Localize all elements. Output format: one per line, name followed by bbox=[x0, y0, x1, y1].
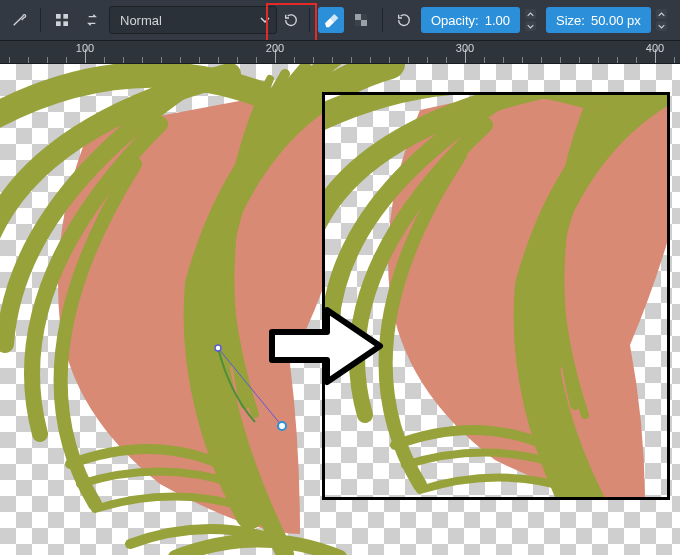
svg-rect-1 bbox=[63, 14, 68, 19]
size-spinner[interactable] bbox=[656, 9, 667, 31]
blend-mode-reset-icon[interactable] bbox=[281, 7, 301, 33]
ruler-tick-minor bbox=[389, 57, 390, 63]
opacity-label: Opacity: bbox=[431, 13, 479, 28]
ruler-tick-minor bbox=[560, 57, 561, 63]
ruler-tick-minor bbox=[579, 57, 580, 63]
ruler-tick-minor bbox=[313, 57, 314, 63]
ruler-tick-minor bbox=[370, 57, 371, 63]
ruler-tick-label: 300 bbox=[456, 42, 474, 54]
opacity-slider[interactable]: Opacity: 1.00 bbox=[421, 7, 520, 33]
ruler-tick-minor bbox=[237, 57, 238, 63]
ruler-tick-minor bbox=[104, 57, 105, 63]
ruler-tick-minor bbox=[598, 57, 599, 63]
grid-icon[interactable] bbox=[49, 7, 75, 33]
ruler-tick-minor bbox=[9, 57, 10, 63]
horizontal-ruler: 100200300400 bbox=[0, 40, 680, 64]
opacity-spinner[interactable] bbox=[525, 9, 536, 31]
chevron-down-icon bbox=[260, 15, 270, 25]
toolbar-separator bbox=[40, 8, 41, 32]
size-label: Size: bbox=[556, 13, 585, 28]
ruler-tick-minor bbox=[161, 57, 162, 63]
ruler-tick-minor bbox=[522, 57, 523, 63]
ruler-tick-minor bbox=[180, 57, 181, 63]
ruler-tick-minor bbox=[66, 57, 67, 63]
spinner-up-icon[interactable] bbox=[525, 9, 536, 19]
svg-rect-7 bbox=[361, 20, 367, 26]
svg-rect-3 bbox=[63, 21, 68, 26]
spinner-up-icon[interactable] bbox=[656, 9, 667, 19]
toolbar-separator bbox=[382, 8, 383, 32]
svg-rect-4 bbox=[355, 14, 361, 20]
ruler-tick-label: 400 bbox=[646, 42, 664, 54]
toolbar-separator bbox=[309, 8, 310, 32]
canvas-artwork-right bbox=[325, 95, 667, 497]
swap-icon[interactable] bbox=[79, 7, 105, 33]
ruler-tick-label: 100 bbox=[76, 42, 94, 54]
ruler-tick-minor bbox=[218, 57, 219, 63]
blend-mode-dropdown[interactable]: Normal bbox=[109, 6, 277, 34]
ruler-tick-minor bbox=[142, 57, 143, 63]
ruler-tick-minor bbox=[294, 57, 295, 63]
svg-rect-2 bbox=[56, 21, 61, 26]
ruler-tick-minor bbox=[47, 57, 48, 63]
ruler-tick-minor bbox=[332, 57, 333, 63]
tutorial-arrow-icon bbox=[267, 304, 385, 388]
spinner-down-icon[interactable] bbox=[656, 21, 667, 31]
ruler-tick-minor bbox=[256, 57, 257, 63]
ruler-tick-minor bbox=[351, 57, 352, 63]
eraser-mode-button[interactable] bbox=[318, 7, 344, 33]
ruler-tick-minor bbox=[427, 57, 428, 63]
ruler-tick-minor bbox=[541, 57, 542, 63]
tool-options-toolbar: Normal Opacity: 1.00 Size: 50.00 px bbox=[0, 0, 680, 40]
ruler-tick-minor bbox=[484, 57, 485, 63]
ruler-tick-minor bbox=[446, 57, 447, 63]
alpha-lock-icon[interactable] bbox=[348, 7, 374, 33]
ruler-tick-minor bbox=[636, 57, 637, 63]
reset-icon[interactable] bbox=[391, 7, 417, 33]
ruler-tick-minor bbox=[503, 57, 504, 63]
ruler-tick-minor bbox=[408, 57, 409, 63]
ruler-tick-minor bbox=[199, 57, 200, 63]
svg-rect-0 bbox=[56, 14, 61, 19]
svg-rect-6 bbox=[355, 20, 361, 26]
size-slider[interactable]: Size: 50.00 px bbox=[546, 7, 651, 33]
ruler-tick-minor bbox=[28, 57, 29, 63]
ruler-tick-minor bbox=[123, 57, 124, 63]
comparison-frame bbox=[322, 92, 670, 500]
blend-mode-label: Normal bbox=[120, 13, 162, 28]
opacity-value: 1.00 bbox=[485, 13, 510, 28]
canvas-area[interactable] bbox=[0, 64, 680, 555]
ruler-tick-minor bbox=[617, 57, 618, 63]
ruler-tick-label: 200 bbox=[266, 42, 284, 54]
spinner-down-icon[interactable] bbox=[525, 21, 536, 31]
ruler-tick-minor bbox=[674, 57, 675, 63]
brush-presets-icon[interactable] bbox=[6, 7, 32, 33]
size-value: 50.00 px bbox=[591, 13, 641, 28]
svg-rect-5 bbox=[361, 14, 367, 20]
